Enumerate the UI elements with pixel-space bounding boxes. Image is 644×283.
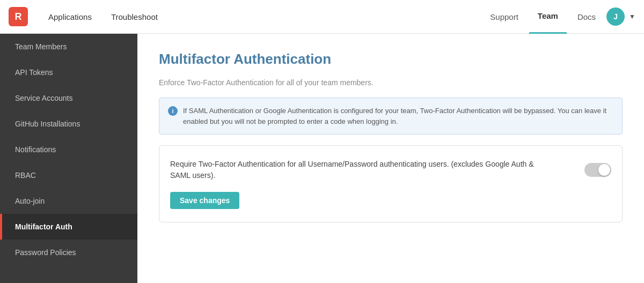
nav-team[interactable]: Team — [529, 0, 567, 34]
toggle-label: Require Two-Factor Authentication for al… — [170, 159, 535, 181]
sidebar-item-multifactor-auth[interactable]: Multifactor Auth — [0, 214, 137, 240]
main-layout: Team Members API Tokens Service Accounts… — [0, 34, 644, 283]
main-content: Multifactor Authentication Enforce Two-F… — [137, 34, 644, 283]
save-changes-button[interactable]: Save changes — [170, 192, 239, 209]
top-nav: R Applications Troubleshoot Support Team… — [0, 0, 644, 34]
nav-links: Applications Troubleshoot — [39, 0, 167, 34]
nav-link-applications[interactable]: Applications — [39, 0, 101, 34]
sidebar-item-rbac[interactable]: RBAC — [0, 162, 137, 188]
toggle-box: Require Two-Factor Authentication for al… — [159, 145, 623, 222]
sidebar-item-notifications[interactable]: Notifications — [0, 137, 137, 162]
info-text: If SAML Authentication or Google Authent… — [183, 106, 613, 126]
subtitle: Enforce Two-Factor Authentication for al… — [159, 78, 623, 87]
user-avatar[interactable]: J — [606, 8, 625, 26]
sidebar-item-service-accounts[interactable]: Service Accounts — [0, 85, 137, 111]
sidebar: Team Members API Tokens Service Accounts… — [0, 34, 137, 283]
nav-right: Support Team Docs J ▼ — [481, 0, 635, 34]
info-icon: i — [168, 106, 178, 116]
avatar-chevron-icon[interactable]: ▼ — [629, 13, 635, 20]
nav-link-troubleshoot[interactable]: Troubleshoot — [101, 0, 167, 34]
sidebar-item-password-policies[interactable]: Password Policies — [0, 240, 137, 265]
nav-support[interactable]: Support — [481, 0, 527, 34]
two-factor-toggle[interactable] — [584, 163, 611, 177]
nav-docs[interactable]: Docs — [569, 0, 604, 34]
page-title: Multifactor Authentication — [159, 51, 623, 68]
toggle-row: Require Two-Factor Authentication for al… — [170, 159, 611, 181]
sidebar-item-team-members[interactable]: Team Members — [0, 34, 137, 59]
sidebar-item-api-tokens[interactable]: API Tokens — [0, 59, 137, 85]
sidebar-item-auto-join[interactable]: Auto-join — [0, 188, 137, 214]
logo[interactable]: R — [9, 7, 28, 26]
info-box: i If SAML Authentication or Google Authe… — [159, 98, 623, 135]
sidebar-item-github-installations[interactable]: GitHub Installations — [0, 111, 137, 137]
